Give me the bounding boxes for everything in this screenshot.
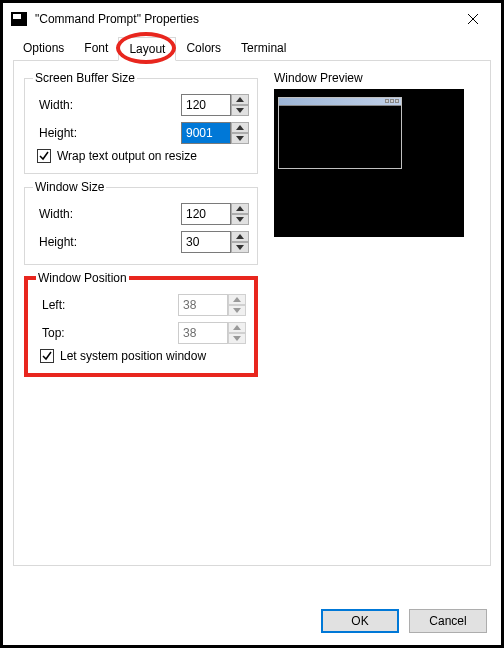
chevron-up-icon [233,297,241,302]
label-wrap: Wrap text output on resize [57,149,197,163]
legend-winpos: Window Position [36,271,129,285]
legend-buffer: Screen Buffer Size [33,71,137,85]
cancel-button[interactable]: Cancel [409,609,487,633]
tab-bar: Options Font Layout Colors Terminal [3,37,501,60]
group-window-size: Window Size Width: Height: [24,180,258,265]
label-winsize-height: Height: [33,235,181,249]
label-winpos-top: Top: [36,326,178,340]
chevron-down-icon [233,308,241,313]
input-buffer-width[interactable] [181,94,231,116]
winsize-width-up[interactable] [231,203,249,214]
dialog-buttons: OK Cancel [321,609,487,633]
input-winpos-top [178,322,228,344]
input-buffer-height[interactable] [181,122,231,144]
winpos-top-down [228,333,246,344]
tab-font[interactable]: Font [74,37,118,60]
preview-mini-titlebar [279,98,401,106]
buffer-width-down[interactable] [231,105,249,116]
chevron-up-icon [236,206,244,211]
spinner-winpos-top[interactable] [178,322,246,344]
buffer-height-down[interactable] [231,133,249,144]
buffer-width-up[interactable] [231,94,249,105]
tab-panel: Screen Buffer Size Width: Height: [13,60,491,566]
close-button[interactable] [453,4,493,34]
checkbox-row-wrap[interactable]: Wrap text output on resize [33,147,249,165]
label-buffer-height: Height: [33,126,181,140]
ok-button[interactable]: OK [321,609,399,633]
label-buffer-width: Width: [33,98,181,112]
spinner-winsize-width[interactable] [181,203,249,225]
spinner-buffer-height[interactable] [181,122,249,144]
group-window-position: Window Position Left: Top: [24,271,258,377]
winpos-left-up [228,294,246,305]
input-winsize-width[interactable] [181,203,231,225]
chevron-down-icon [236,217,244,222]
group-screen-buffer: Screen Buffer Size Width: Height: [24,71,258,174]
spinner-buffer-width[interactable] [181,94,249,116]
close-icon [467,13,479,25]
checkbox-row-syspos[interactable]: Let system position window [36,347,246,365]
dialog-window: "Command Prompt" Properties Options Font… [0,0,504,648]
winsize-width-down[interactable] [231,214,249,225]
checkbox-wrap[interactable] [37,149,51,163]
chevron-up-icon [236,125,244,130]
tab-layout[interactable]: Layout [118,37,176,61]
chevron-down-icon [233,336,241,341]
chevron-down-icon [236,136,244,141]
label-preview: Window Preview [274,71,480,85]
tab-colors[interactable]: Colors [176,37,231,60]
preview-mini-window [278,97,402,169]
chevron-up-icon [236,234,244,239]
spinner-winsize-height[interactable] [181,231,249,253]
chevron-down-icon [236,108,244,113]
input-winsize-height[interactable] [181,231,231,253]
legend-winsize: Window Size [33,180,106,194]
window-preview [274,89,464,237]
winpos-left-down [228,305,246,316]
checkbox-syspos[interactable] [40,349,54,363]
winsize-height-down[interactable] [231,242,249,253]
spinner-winpos-left[interactable] [178,294,246,316]
check-icon [42,351,52,361]
label-winsize-width: Width: [33,207,181,221]
tab-terminal[interactable]: Terminal [231,37,296,60]
chevron-up-icon [236,97,244,102]
chevron-up-icon [233,325,241,330]
tab-layout-label: Layout [129,42,165,56]
input-winpos-left [178,294,228,316]
window-title: "Command Prompt" Properties [35,12,453,26]
cmd-icon [11,12,27,26]
winsize-height-up[interactable] [231,231,249,242]
titlebar: "Command Prompt" Properties [3,3,501,35]
label-winpos-left: Left: [36,298,178,312]
check-icon [39,151,49,161]
winpos-top-up [228,322,246,333]
tab-options[interactable]: Options [13,37,74,60]
chevron-down-icon [236,245,244,250]
label-syspos: Let system position window [60,349,206,363]
buffer-height-up[interactable] [231,122,249,133]
